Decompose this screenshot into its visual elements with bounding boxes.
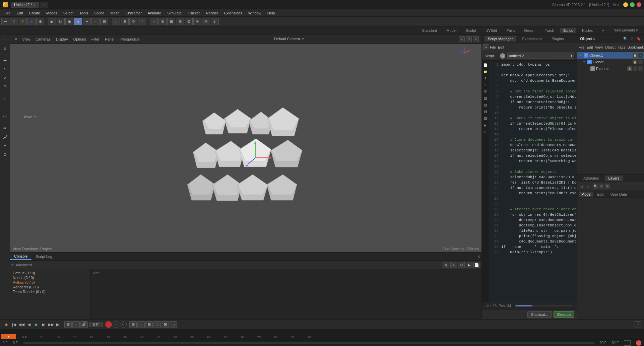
workflow-uvedit[interactable]: UVEdit — [482, 28, 500, 33]
viewport-panel-btn[interactable]: Panel — [103, 37, 116, 42]
menu-character[interactable]: Character — [123, 10, 144, 16]
tab-untitled2[interactable]: Untitled 2 * × — [11, 2, 39, 8]
toolbar-undo[interactable]: ↩ — [1, 18, 9, 25]
param-indicator[interactable]: P — [638, 66, 643, 71]
attr-action2[interactable]: ⚙ — [599, 184, 604, 189]
sm-tab-manager[interactable]: Script Manager — [485, 36, 516, 42]
shortcut-button[interactable]: Shortcut... — [527, 311, 552, 318]
menu-file[interactable]: File — [2, 10, 13, 16]
script-name-dropdown[interactable]: untitled 2 ▾ — [507, 53, 574, 59]
toolbar-obj[interactable]: ◈ — [74, 18, 82, 25]
objects-view-btn[interactable]: View — [595, 45, 603, 49]
timeline-extra3[interactable]: ⊟ — [145, 321, 153, 328]
attr-next-btn[interactable]: ▷ — [585, 184, 591, 189]
attr-action1[interactable]: 🔍 — [593, 184, 598, 189]
tool-polys[interactable]: ▭ — [1, 112, 9, 120]
check-indicator1[interactable]: ✓ — [638, 53, 643, 58]
menu-select[interactable]: Select — [61, 10, 76, 16]
objects-edit-btn[interactable]: Edit — [587, 45, 593, 49]
workflow-model[interactable]: Model — [443, 28, 460, 33]
toolbar-light[interactable]: ☀ — [193, 18, 201, 25]
toolbar-snap[interactable]: ✦ — [83, 18, 91, 25]
toolbar-scale[interactable]: ⊞ — [121, 18, 129, 25]
menu-tracker[interactable]: Tracker — [185, 10, 203, 16]
toolbar-x[interactable]: X — [10, 18, 18, 25]
object-item-cloner[interactable]: ▾ C Cloner 🔒 ✓ — [577, 59, 644, 65]
toolbar-render2[interactable]: ▷ — [57, 18, 65, 25]
prev-key-btn[interactable]: ◀ — [25, 321, 32, 328]
timeline-extra5[interactable]: ⊠ — [162, 321, 169, 328]
objects-tags-btn[interactable]: Tags — [618, 45, 625, 49]
workflow-add[interactable]: + — [599, 28, 607, 33]
timeline-icon2[interactable]: ↻ — [120, 321, 127, 328]
attr-sub-mode[interactable]: Mode — [579, 192, 593, 197]
panel-filter-icon[interactable]: ▽ — [629, 36, 635, 42]
toolbar-cam[interactable]: ◎ — [202, 18, 210, 25]
current-frame-input[interactable]: 0 F — [89, 322, 103, 327]
next-key-btn[interactable]: ▶ — [40, 321, 47, 328]
status-more-btn[interactable]: ⋯ — [624, 340, 631, 346]
toolbar-move[interactable]: ↕ — [112, 18, 120, 25]
attr-sub-userdata[interactable]: User Data — [608, 192, 630, 197]
tool-paint[interactable]: ✏ — [1, 124, 9, 132]
tool-scale[interactable]: ⤢ — [1, 74, 9, 82]
toolbar-lock[interactable]: ○ — [150, 18, 158, 25]
sm-icon-1[interactable]: 📄 — [482, 62, 489, 68]
viewport-filter-btn[interactable]: Filter — [89, 37, 102, 42]
objects-object-btn[interactable]: Object — [605, 45, 616, 49]
sm-file-label[interactable]: File — [490, 45, 496, 49]
console-tab-scriptlog[interactable]: Script Log — [31, 254, 56, 260]
sm-tab-plugins[interactable]: Plugins — [549, 36, 567, 42]
minimize-button[interactable] — [623, 2, 628, 7]
console-close-button[interactable]: × — [476, 254, 481, 259]
sm-file-btn[interactable]: ≡ — [483, 44, 489, 50]
check-indicator3[interactable]: ✓ — [633, 66, 637, 71]
console-tab-console[interactable]: Console — [10, 253, 31, 260]
lock-indicator1[interactable]: 🔒 — [633, 53, 637, 58]
toolbar-more[interactable]: ⋯ — [91, 18, 100, 25]
timeline-icon1[interactable]: ○ — [113, 321, 119, 328]
objects-bookmarks-btn[interactable]: Bookmarks — [627, 45, 644, 49]
timeline-extra2[interactable]: ↕ — [137, 321, 145, 328]
console-reload-btn[interactable]: ↺ — [458, 262, 465, 268]
tab-close-icon[interactable]: × — [34, 3, 36, 7]
menu-simulate[interactable]: Simulate — [165, 10, 184, 16]
sm-icon-7[interactable]: 🖼 — [482, 102, 489, 108]
timeline-extra4[interactable]: □ — [153, 321, 161, 328]
maximize-button[interactable] — [630, 2, 635, 7]
tool-select[interactable]: ⊹ — [1, 36, 9, 44]
next-frame-btn[interactable]: ▶▶ — [48, 321, 54, 328]
panel-bookmark-icon[interactable]: 🔖 — [636, 36, 641, 42]
menu-tools[interactable]: Tools — [77, 10, 91, 16]
timeline-mode2[interactable]: ↕ — [72, 321, 80, 328]
viewport-full-btn[interactable]: □ — [466, 36, 472, 42]
toolbar-y[interactable]: Y — [19, 18, 27, 25]
sm-edit-label[interactable]: Edit — [498, 45, 504, 49]
lock-indicator2[interactable]: 🔒 — [633, 60, 637, 64]
object-item-cloner1[interactable]: ▾ C Cloner.1 🔒 ✓ — [577, 52, 644, 59]
expand-cloner1[interactable]: ▾ — [579, 53, 583, 57]
playhead[interactable]: ▼ — [1, 334, 16, 339]
tool-erase[interactable]: ⊘ — [1, 150, 9, 158]
close-button[interactable] — [637, 2, 641, 7]
lock-indicator3[interactable]: 🔒 — [627, 66, 632, 71]
toolbar-more2[interactable]: ⊡ — [100, 18, 108, 25]
toolbar-grid[interactable]: ⊟ — [176, 18, 184, 25]
sm-icon-2[interactable]: 📁 — [482, 69, 489, 75]
viewport-options-btn[interactable]: Options — [71, 37, 88, 42]
tool-edges[interactable]: ⟋ — [1, 103, 9, 112]
toolbar-ik[interactable]: ⊛ — [158, 18, 167, 25]
sm-icon-10[interactable]: ▶ — [482, 122, 489, 128]
toolbar-world[interactable]: ⊕ — [36, 18, 44, 25]
workflow-new-layouts[interactable]: New Layouts ▾ — [610, 27, 641, 33]
timeline-extra6[interactable]: ▭ — [170, 321, 177, 328]
panel-search-icon[interactable]: 🔍 — [623, 36, 628, 42]
sm-icon-4[interactable]: ? — [482, 82, 489, 88]
menu-spline[interactable]: Spline — [91, 10, 107, 16]
menu-create[interactable]: Create — [26, 10, 43, 16]
toolbar-rotate[interactable]: ⟳ — [129, 18, 137, 25]
viewport-canvas[interactable]: X Y Z — [10, 44, 481, 252]
workflow-script[interactable]: Script — [560, 28, 576, 33]
expand-cloner[interactable]: ▾ — [582, 60, 586, 64]
timeline-extra1[interactable]: ⊞ — [129, 321, 137, 328]
